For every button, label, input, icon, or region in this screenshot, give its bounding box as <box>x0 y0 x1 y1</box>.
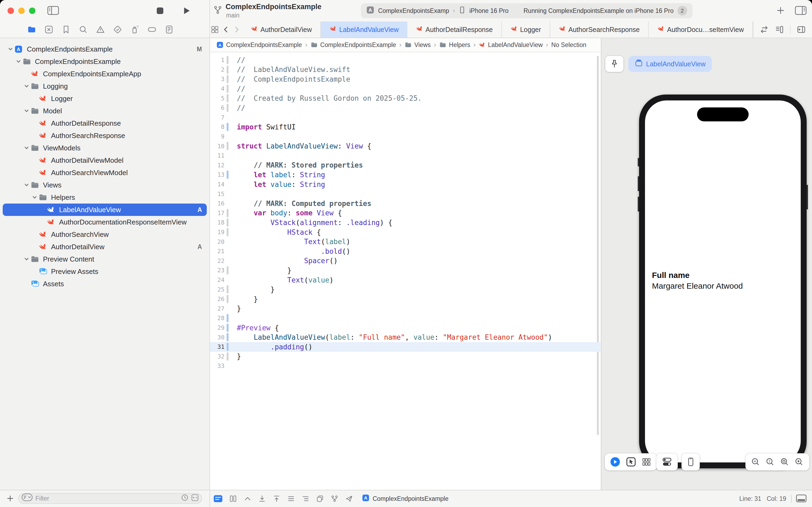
tree-item-logging[interactable]: Logging <box>3 80 207 92</box>
code-line-12[interactable]: 12 // MARK: Stored properties <box>210 161 600 170</box>
recent-filter-icon[interactable] <box>181 494 188 504</box>
code-line-10[interactable]: 10struct LabelAndValueView: View { <box>210 141 600 151</box>
toggle-sidebar-icon[interactable] <box>47 6 59 15</box>
code-line-19[interactable]: 19 HStack { <box>210 227 600 237</box>
bookmark-icon[interactable] <box>61 25 71 35</box>
next-change-icon[interactable] <box>258 495 266 502</box>
search-icon[interactable] <box>78 25 88 35</box>
feedback-icon[interactable] <box>345 495 353 502</box>
activity-status-bar[interactable]: A ComplexEndpointsExamp › iPhone 16 Pro … <box>361 3 693 18</box>
code-line-26[interactable]: 26 } <box>210 294 600 304</box>
breadcrumb-item[interactable]: LabelAndValueView <box>488 41 543 49</box>
editor-tab[interactable]: AuthorDocu…seItemView <box>649 21 753 38</box>
device-preview-button[interactable] <box>682 453 700 470</box>
code-line-23[interactable]: 23 } <box>210 266 600 275</box>
code-line-3[interactable]: 3// ComplexEndpointsExample <box>210 74 600 84</box>
code-line-13[interactable]: 13 let label: String <box>210 170 600 180</box>
editor-tab[interactable]: Logger <box>502 21 550 38</box>
disclosure-chevron-icon[interactable] <box>22 83 31 89</box>
tree-item-complexendpointsexampleapp[interactable]: ComplexEndpointsExampleApp <box>3 68 207 80</box>
duplicate-icon[interactable] <box>316 495 324 502</box>
debug-spray-icon[interactable] <box>130 25 139 35</box>
disclosure-chevron-icon[interactable] <box>22 182 31 188</box>
swap-editor-icon[interactable] <box>760 25 768 34</box>
editor-tab[interactable]: AuthorDetailView <box>242 21 321 38</box>
zoom-window-button[interactable] <box>29 7 36 14</box>
code-line-15[interactable]: 15 <box>210 189 600 199</box>
tree-item-preview-assets[interactable]: Preview Assets <box>3 265 207 278</box>
tree-item-viewmodels[interactable]: ViewModels <box>3 142 207 154</box>
code-line-31[interactable]: 31 .padding() <box>210 342 600 352</box>
tree-item-authorsearchresponse[interactable]: AuthorSearchResponse <box>3 129 207 142</box>
expand-icon[interactable] <box>244 495 251 502</box>
code-line-7[interactable]: 7 <box>210 113 600 122</box>
tree-item-authordetailresponse[interactable]: AuthorDetailResponse <box>3 117 207 129</box>
breadcrumb-item[interactable]: ComplexEndpointsExample <box>226 41 302 49</box>
minimize-window-button[interactable] <box>18 7 25 14</box>
tree-item-helpers[interactable]: Helpers <box>3 191 207 204</box>
editor-options-icon[interactable] <box>214 495 222 502</box>
tree-item-preview-content[interactable]: Preview Content <box>3 253 207 265</box>
zoom-fit-icon[interactable] <box>780 458 789 466</box>
breadcrumb-item[interactable]: Helpers <box>449 41 470 49</box>
editor-tab[interactable]: AuthorDetailResponse <box>407 21 502 38</box>
code-line-4[interactable]: 4// <box>210 84 600 94</box>
code-line-29[interactable]: 29#Preview { <box>210 323 600 333</box>
disclosure-chevron-icon[interactable] <box>22 145 31 151</box>
code-line-2[interactable]: 2// LabelAndValueView.swift <box>210 65 600 75</box>
code-line-11[interactable]: 11 <box>210 151 600 161</box>
tree-item-assets[interactable]: Assets <box>3 278 207 290</box>
code-line-6[interactable]: 6// <box>210 103 600 113</box>
editor-list-icon[interactable] <box>775 25 784 34</box>
close-window-button[interactable] <box>7 7 14 14</box>
tree-item-complexendpointsexample[interactable]: AComplexEndpointsExampleM <box>3 43 207 55</box>
editor-tab[interactable]: AuthorSearchResponse <box>550 21 649 38</box>
disclosure-chevron-icon[interactable] <box>22 257 31 262</box>
toggle-debug-area-icon[interactable] <box>796 494 807 503</box>
source-control-icon[interactable] <box>44 25 54 35</box>
breakpoint-tag-icon[interactable] <box>147 25 157 35</box>
code-line-8[interactable]: 8import SwiftUI <box>210 122 600 132</box>
tree-item-authorsearchviewmodel[interactable]: AuthorSearchViewModel <box>3 167 207 179</box>
code-line-16[interactable]: 16 // MARK: Computed properties <box>210 199 600 208</box>
line-list-icon[interactable] <box>287 495 295 502</box>
filter-field[interactable]: Filter <box>18 493 202 504</box>
warning-icon[interactable] <box>96 25 105 35</box>
related-items-icon[interactable] <box>210 21 221 38</box>
code-line-30[interactable]: 30 LabelAndValueView(label: "Full name",… <box>210 332 600 342</box>
tree-item-logger[interactable]: Logger <box>3 92 207 105</box>
code-line-28[interactable]: 28 <box>210 314 600 323</box>
code-line-32[interactable]: 32} <box>210 352 600 361</box>
breadcrumb-item[interactable]: ComplexEndpointsExample <box>321 41 396 49</box>
tree-item-views[interactable]: Views <box>3 179 207 191</box>
tree-item-authordocumentationresponseitemview[interactable]: AuthorDocumentationResponseItemView <box>3 216 207 228</box>
code-line-20[interactable]: 20 Text(label) <box>210 237 600 246</box>
disclosure-chevron-icon[interactable] <box>31 195 39 200</box>
outline-icon[interactable] <box>302 495 309 502</box>
editor-tab[interactable]: LabelAndValueView <box>321 21 407 38</box>
code-line-25[interactable]: 25 } <box>210 285 600 294</box>
stop-button[interactable] <box>156 7 164 14</box>
code-line-5[interactable]: 5// Created by Russell Gordon on 2025-05… <box>210 94 600 103</box>
code-line-21[interactable]: 21 .bold() <box>210 246 600 256</box>
add-item-icon[interactable] <box>776 6 785 14</box>
code-line-27[interactable]: 27} <box>210 304 600 314</box>
go-back-icon[interactable] <box>221 21 231 38</box>
play-circle-icon[interactable] <box>610 457 620 467</box>
disclosure-chevron-icon[interactable] <box>6 47 14 52</box>
breadcrumb-item[interactable]: No Selection <box>551 41 586 49</box>
code-line-22[interactable]: 22 Spacer() <box>210 256 600 266</box>
columns-icon[interactable] <box>229 495 237 502</box>
code-editor[interactable]: 1//2// LabelAndValueView.swift3// Comple… <box>210 53 600 490</box>
issue-count-badge[interactable]: 2 <box>678 6 687 15</box>
breadcrumb-item[interactable]: Views <box>414 41 431 49</box>
toggle-inspector-icon[interactable] <box>795 6 807 15</box>
code-line-14[interactable]: 14 let value: String <box>210 180 600 189</box>
pin-preview-button[interactable] <box>605 56 624 72</box>
disclosure-chevron-icon[interactable] <box>22 108 31 114</box>
run-button[interactable] <box>183 6 191 15</box>
report-list-icon[interactable] <box>164 25 174 35</box>
code-line-17[interactable]: 17 var body: some View { <box>210 208 600 218</box>
add-editor-icon[interactable] <box>797 25 806 34</box>
add-file-icon[interactable] <box>6 495 14 502</box>
